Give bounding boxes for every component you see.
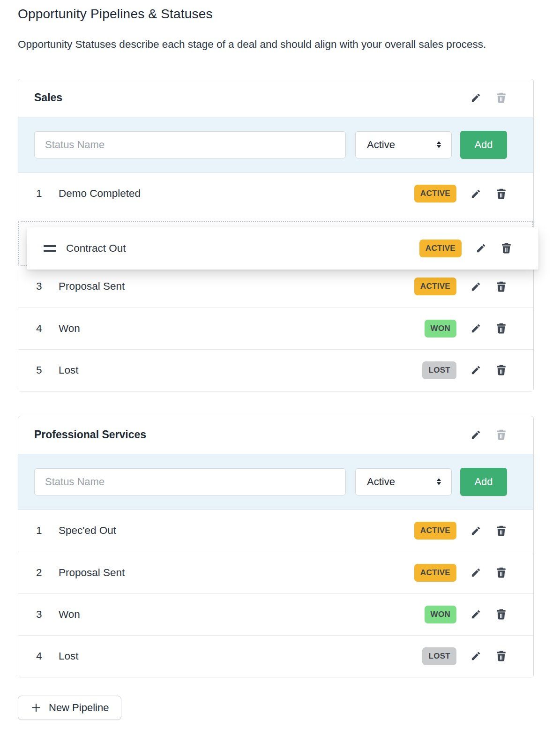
pencil-icon: [470, 365, 481, 375]
status-name: Contract Out: [66, 242, 419, 255]
delete-status-button[interactable]: [495, 281, 507, 292]
status-name-input[interactable]: [34, 131, 346, 158]
status-badge: ACTIVE: [414, 185, 456, 202]
pencil-icon: [470, 188, 481, 199]
pipeline-header: Professional Services: [18, 416, 533, 454]
status-name: Proposal Sent: [59, 280, 414, 292]
status-position: 3: [36, 608, 49, 621]
status-badge: WON: [425, 606, 456, 623]
edit-status-button[interactable]: [470, 651, 481, 661]
status-list: 1 Spec'ed Out ACTIVE 2 Proposal Sent ACT…: [18, 510, 533, 677]
add-status-button[interactable]: Add: [460, 468, 507, 496]
add-status-form: Active Add: [18, 454, 533, 510]
edit-status-button[interactable]: [476, 243, 486, 254]
trash-icon: [495, 322, 507, 334]
edit-status-button[interactable]: [470, 323, 481, 334]
status-name: Lost: [59, 650, 422, 662]
status-position: 3: [36, 280, 49, 292]
delete-pipeline-button[interactable]: [495, 429, 507, 441]
status-row-dragging[interactable]: Contract Out ACTIVE: [27, 227, 538, 270]
status-type-select-value: Active: [367, 476, 434, 488]
trash-icon: [495, 650, 507, 662]
pipeline-card-professional-services: Professional Services Active Add 1 Spe: [18, 416, 534, 677]
pencil-icon: [470, 429, 481, 440]
trash-icon: [495, 429, 507, 441]
drag-handle-icon[interactable]: [44, 245, 56, 252]
status-row: 1 Spec'ed Out ACTIVE: [18, 510, 533, 552]
status-row: 4 Lost LOST: [18, 635, 533, 677]
status-badge: WON: [425, 320, 456, 338]
status-badge: ACTIVE: [419, 240, 462, 257]
edit-status-button[interactable]: [470, 567, 481, 578]
status-name-input[interactable]: [34, 468, 346, 495]
delete-status-button[interactable]: [495, 608, 507, 620]
trash-icon: [495, 281, 507, 292]
pipeline-header: Sales: [18, 79, 533, 117]
delete-status-button[interactable]: [495, 567, 507, 578]
status-position: 4: [36, 322, 49, 335]
status-position: 5: [36, 364, 49, 376]
trash-icon: [495, 364, 507, 376]
plus-icon: [30, 702, 42, 713]
status-name: Won: [59, 608, 425, 621]
pipeline-card-sales: Sales Active Add 1 Demo Completed: [18, 79, 534, 391]
delete-status-button[interactable]: [495, 322, 507, 334]
status-name: Lost: [59, 364, 422, 376]
edit-status-button[interactable]: [470, 525, 481, 536]
status-list: 1 Demo Completed ACTIVE Contract Out ACT…: [18, 173, 533, 391]
pipelines-settings-page: Opportunity Pipelines & Statuses Opportu…: [0, 0, 560, 745]
delete-status-button[interactable]: [495, 364, 507, 376]
trash-icon: [495, 525, 507, 537]
caret-updown-icon: [434, 140, 444, 150]
status-position: 1: [36, 525, 49, 537]
status-position: 1: [36, 188, 49, 200]
edit-pipeline-button[interactable]: [470, 429, 481, 440]
delete-status-button[interactable]: [500, 242, 512, 254]
pencil-icon: [470, 525, 481, 536]
trash-icon: [500, 242, 512, 254]
edit-pipeline-button[interactable]: [470, 92, 481, 103]
pencil-icon: [476, 243, 486, 254]
add-status-form: Active Add: [18, 117, 533, 173]
edit-status-button[interactable]: [470, 609, 481, 620]
caret-updown-icon: [434, 477, 444, 487]
add-status-button[interactable]: Add: [460, 131, 507, 159]
status-position: 4: [36, 650, 49, 662]
status-type-select[interactable]: Active: [355, 131, 452, 158]
pencil-icon: [470, 323, 481, 334]
status-name: Won: [59, 322, 425, 335]
status-badge: LOST: [422, 647, 456, 665]
trash-icon: [495, 92, 507, 104]
status-badge: ACTIVE: [414, 278, 456, 295]
status-row: 4 Won WON: [18, 308, 533, 349]
status-row: 3 Proposal Sent ACTIVE: [18, 266, 533, 308]
delete-status-button[interactable]: [495, 525, 507, 537]
edit-status-button[interactable]: [470, 365, 481, 375]
delete-status-button[interactable]: [495, 650, 507, 662]
trash-icon: [495, 567, 507, 578]
delete-status-button[interactable]: [495, 188, 507, 200]
edit-status-button[interactable]: [470, 281, 481, 292]
status-name: Demo Completed: [59, 188, 414, 200]
page-description: Opportunity Statuses describe each stage…: [18, 36, 524, 54]
status-row: 2 Proposal Sent ACTIVE: [18, 552, 533, 593]
status-name: Proposal Sent: [59, 567, 414, 579]
new-pipeline-button[interactable]: New Pipeline: [18, 696, 121, 720]
new-pipeline-label: New Pipeline: [49, 702, 109, 714]
status-type-select[interactable]: Active: [355, 468, 452, 495]
status-row: 5 Lost LOST: [18, 349, 533, 391]
status-badge: ACTIVE: [414, 522, 456, 540]
status-name: Spec'ed Out: [59, 525, 414, 537]
status-badge: LOST: [422, 361, 456, 379]
edit-status-button[interactable]: [470, 188, 481, 199]
pencil-icon: [470, 567, 481, 578]
status-position: 2: [36, 567, 49, 579]
status-badge: ACTIVE: [414, 564, 456, 582]
pipeline-name: Professional Services: [34, 428, 470, 441]
delete-pipeline-button[interactable]: [495, 92, 507, 104]
pencil-icon: [470, 281, 481, 292]
trash-icon: [495, 188, 507, 200]
pencil-icon: [470, 609, 481, 620]
pipeline-name: Sales: [34, 91, 470, 104]
status-row: 3 Won WON: [18, 593, 533, 635]
